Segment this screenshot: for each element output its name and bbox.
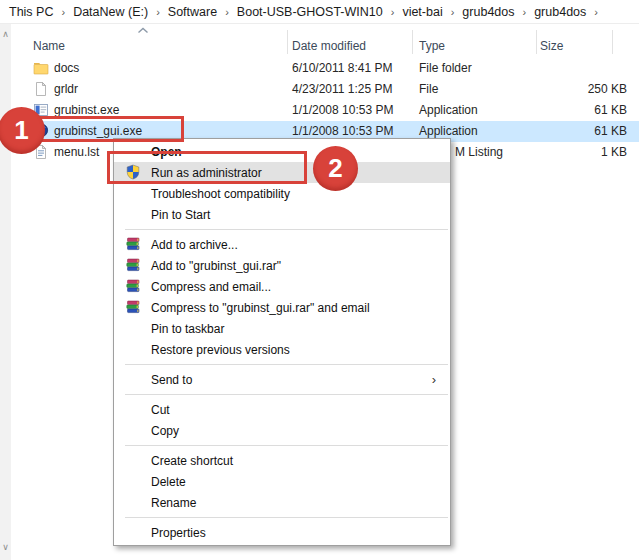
- menu-item-restore-previous-versions[interactable]: Restore previous versions: [114, 339, 450, 360]
- file-size: 61 KB: [594, 100, 627, 121]
- menu-item-properties[interactable]: Properties: [114, 522, 450, 543]
- menu-item-cut[interactable]: Cut: [114, 399, 450, 420]
- column-divider[interactable]: [536, 30, 537, 54]
- annotation-step-2-box: [107, 151, 307, 184]
- menu-item-label: Delete: [151, 475, 186, 489]
- file-row-docs[interactable]: docs 6/10/2011 8:41 PM File folder: [11, 58, 639, 79]
- menu-item-label: Cut: [151, 403, 170, 417]
- file-date: 6/10/2011 8:41 PM: [292, 58, 393, 79]
- menu-item-pin-to-start[interactable]: Pin to Start: [114, 204, 450, 225]
- menu-item-delete[interactable]: Delete: [114, 471, 450, 492]
- menu-item-label: Troubleshoot compatibility: [151, 187, 290, 201]
- menu-item-pin-to-taskbar[interactable]: Pin to taskbar: [114, 318, 450, 339]
- sort-ascending-icon: [137, 27, 149, 34]
- menu-item-add-to-grubinst-gui-rar[interactable]: Add to "grubinst_gui.rar": [114, 255, 450, 276]
- menu-separator: [125, 229, 448, 230]
- menu-item-send-to[interactable]: Send to ›: [114, 369, 450, 390]
- scroll-down-icon[interactable]: ∨: [0, 543, 11, 552]
- column-divider[interactable]: [612, 30, 613, 54]
- file-size: 250 KB: [588, 79, 627, 100]
- chevron-right-icon: ›: [151, 6, 165, 18]
- menu-item-compress-and-email[interactable]: Compress and email...: [114, 276, 450, 297]
- menu-separator: [125, 517, 448, 518]
- menu-item-label: Add to archive...: [151, 238, 238, 252]
- breadcrumb-item-this-pc[interactable]: This PC: [6, 3, 56, 21]
- menu-separator: [125, 394, 448, 395]
- menu-item-add-to-archive[interactable]: Add to archive...: [114, 234, 450, 255]
- file-date: 4/23/2011 1:25 PM: [292, 79, 393, 100]
- breadcrumb-item-grub4dos[interactable]: grub4dos: [459, 3, 517, 21]
- menu-item-compress-to-grubinst-gui-rar-and-email[interactable]: Compress to "grubinst_gui.rar" and email: [114, 297, 450, 318]
- chevron-right-icon: ›: [446, 6, 460, 18]
- winrar-icon: [125, 257, 141, 273]
- winrar-icon: [125, 278, 141, 294]
- chevron-right-icon: ›: [56, 6, 70, 18]
- menu-item-label: Pin to taskbar: [151, 322, 224, 336]
- chevron-right-icon: ›: [386, 6, 400, 18]
- column-header-name[interactable]: Name: [33, 39, 65, 53]
- column-divider[interactable]: [412, 30, 413, 54]
- menu-item-label: Compress and email...: [151, 280, 271, 294]
- menu-item-label: Add to "grubinst_gui.rar": [151, 259, 281, 273]
- scroll-up-icon[interactable]: ∧: [0, 30, 11, 39]
- annotation-step-1-number: 1: [14, 115, 28, 146]
- column-header-date-modified[interactable]: Date modified: [292, 39, 366, 53]
- context-menu: Open Run as administrator Troubleshoot c…: [113, 138, 451, 546]
- annotation-step-1-circle: 1: [0, 107, 45, 154]
- file-size: 1 KB: [601, 142, 627, 163]
- breadcrumb: This PC › DataNew (E:) › Software › Boot…: [0, 0, 639, 24]
- annotation-step-2-circle: 2: [313, 146, 358, 191]
- file-date: 1/1/2008 10:53 PM: [292, 100, 393, 121]
- menu-item-label: Create shortcut: [151, 454, 233, 468]
- column-header-type[interactable]: Type: [419, 39, 445, 53]
- menu-item-create-shortcut[interactable]: Create shortcut: [114, 450, 450, 471]
- menu-item-label: Copy: [151, 424, 179, 438]
- file-type: M Listing: [455, 142, 503, 163]
- breadcrumb-item-software[interactable]: Software: [165, 3, 220, 21]
- menu-item-copy[interactable]: Copy: [114, 420, 450, 441]
- breadcrumb-item-viet-bai[interactable]: viet-bai: [399, 3, 445, 21]
- file-type: File: [419, 79, 438, 100]
- menu-item-label: Restore previous versions: [151, 343, 290, 357]
- menu-separator: [125, 445, 448, 446]
- file-type: File folder: [419, 58, 472, 79]
- chevron-right-icon: ›: [517, 6, 531, 18]
- file-type: Application: [419, 100, 478, 121]
- chevron-right-icon: ›: [589, 6, 603, 18]
- file-name: docs: [54, 58, 79, 79]
- column-headers: Name Date modified Type Size: [11, 25, 639, 58]
- column-header-size[interactable]: Size: [540, 39, 563, 53]
- winrar-icon: [125, 236, 141, 252]
- menu-item-label: Compress to "grubinst_gui.rar" and email: [151, 301, 370, 315]
- menu-separator: [125, 364, 448, 365]
- menu-item-troubleshoot-compatibility[interactable]: Troubleshoot compatibility: [114, 183, 450, 204]
- file-name: grldr: [54, 79, 78, 100]
- column-divider[interactable]: [287, 30, 288, 54]
- file-row-grldr[interactable]: grldr 4/23/2011 1:25 PM File 250 KB: [11, 79, 639, 100]
- navigation-pane-scrollbar[interactable]: ∧ ∨: [0, 24, 11, 560]
- chevron-right-icon: ›: [220, 6, 234, 18]
- menu-item-label: Pin to Start: [151, 208, 210, 222]
- annotation-step-2-number: 2: [328, 153, 342, 184]
- menu-item-label: Send to: [151, 373, 192, 387]
- breadcrumb-item-grub4dos-2[interactable]: grub4dos: [531, 3, 589, 21]
- submenu-arrow-icon: ›: [432, 372, 450, 387]
- file-name: menu.lst: [54, 142, 99, 163]
- menu-item-rename[interactable]: Rename: [114, 492, 450, 513]
- menu-item-label: Properties: [151, 526, 206, 540]
- folder-icon: [33, 60, 49, 76]
- breadcrumb-item-datanew[interactable]: DataNew (E:): [70, 3, 151, 21]
- winrar-icon: [125, 299, 141, 315]
- file-icon: [33, 81, 49, 97]
- breadcrumb-item-boot-usb-ghost-win10[interactable]: Boot-USB-GHOST-WIN10: [234, 3, 386, 21]
- menu-item-label: Rename: [151, 496, 196, 510]
- annotation-step-1-box: [30, 116, 184, 142]
- file-size: 61 KB: [594, 121, 627, 142]
